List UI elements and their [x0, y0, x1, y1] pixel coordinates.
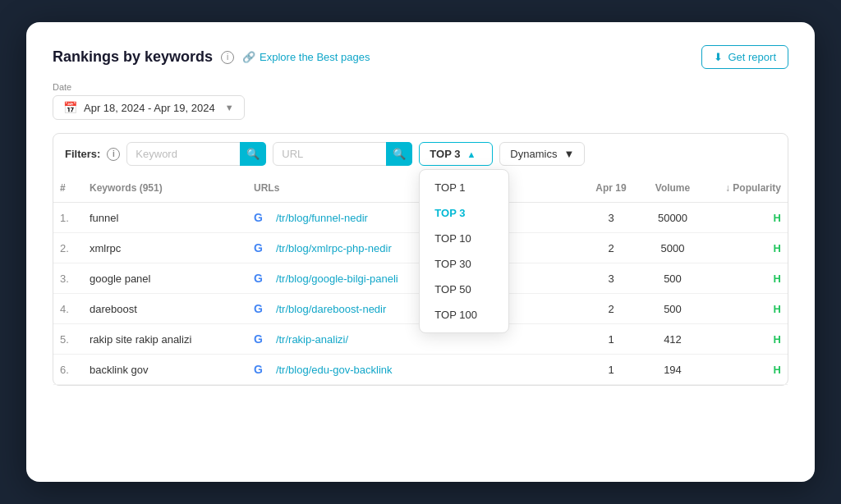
filters-info-icon[interactable]: i — [107, 148, 120, 161]
cell-apr19: 3 — [582, 203, 640, 233]
top-dropdown-button[interactable]: TOP 3 ▲ — [419, 142, 493, 166]
top-dropdown-wrap: TOP 3 ▲ TOP 1 TOP 3 TOP 10 TOP 30 TOP 50… — [419, 142, 493, 166]
page-title: Rankings by keywords — [53, 48, 213, 66]
cell-apr19: 3 — [582, 263, 640, 294]
cell-popularity: H — [705, 355, 788, 385]
filters-container: Filters: i 🔍 🔍 TOP 3 ▲ — [53, 133, 788, 386]
main-card: Rankings by keywords i 🔗 Explore the Bes… — [26, 22, 815, 482]
cell-popularity: H — [705, 233, 788, 263]
get-report-label: Get report — [728, 51, 776, 63]
table-row: 6. backlink gov G /tr/blog/edu-gov-backl… — [53, 355, 788, 385]
cell-google: G — [247, 203, 269, 233]
date-picker[interactable]: 📅 Apr 18, 2024 - Apr 19, 2024 ▼ — [53, 95, 245, 120]
download-icon: ⬇ — [714, 51, 723, 63]
col-urls: URLs — [247, 174, 582, 203]
cell-url[interactable]: /tr/blog/edu-gov-backlink — [269, 355, 582, 385]
keyword-filter-wrap: 🔍 — [126, 142, 266, 166]
col-keywords: Keywords (951) — [83, 174, 247, 203]
cell-popularity: H — [705, 203, 788, 233]
dynamics-button[interactable]: Dynamics ▼ — [499, 142, 585, 166]
cell-apr19: 2 — [582, 294, 640, 324]
cell-keyword: backlink gov — [83, 355, 247, 385]
cell-apr19: 1 — [582, 324, 640, 355]
col-popularity: ↓ Popularity — [705, 174, 788, 203]
cell-num: 6. — [53, 355, 83, 385]
cell-num: 2. — [53, 233, 83, 263]
cell-volume: 194 — [640, 355, 705, 385]
cell-popularity: H — [705, 324, 788, 355]
date-label: Date — [53, 82, 788, 92]
cell-num: 3. — [53, 263, 83, 294]
top-option-3[interactable]: TOP 3 — [420, 200, 508, 226]
top-option-30[interactable]: TOP 30 — [420, 251, 508, 277]
cell-google: G — [247, 233, 269, 263]
top-option-1[interactable]: TOP 1 — [420, 175, 508, 200]
header-row: Rankings by keywords i 🔗 Explore the Bes… — [53, 45, 788, 69]
keyword-search-button[interactable]: 🔍 — [240, 142, 266, 166]
explore-link-label: Explore the Best pages — [260, 51, 370, 63]
col-apr19: Apr 19 — [582, 174, 640, 203]
calendar-icon: 📅 — [63, 101, 77, 114]
cell-google: G — [247, 324, 269, 355]
explore-best-pages-link[interactable]: 🔗 Explore the Best pages — [242, 51, 370, 63]
dynamics-label: Dynamics — [510, 148, 557, 160]
filters-text: Filters: — [65, 148, 100, 160]
header-left: Rankings by keywords i 🔗 Explore the Bes… — [53, 48, 370, 66]
cell-num: 1. — [53, 203, 83, 233]
top-selected-label: TOP 3 — [430, 148, 460, 160]
date-value: Apr 18, 2024 - Apr 19, 2024 — [84, 102, 215, 114]
dynamics-caret-icon: ▼ — [563, 148, 574, 160]
cell-num: 5. — [53, 324, 83, 355]
search-icon: 🔍 — [246, 148, 260, 160]
top-option-50[interactable]: TOP 50 — [420, 277, 508, 302]
caret-up-icon: ▲ — [466, 149, 476, 159]
cell-apr19: 2 — [582, 233, 640, 263]
get-report-button[interactable]: ⬇ Get report — [701, 45, 788, 69]
date-row: Date 📅 Apr 18, 2024 - Apr 19, 2024 ▼ — [53, 82, 788, 120]
cell-num: 4. — [53, 294, 83, 324]
cell-keyword: xmlrpc — [83, 233, 247, 263]
cell-google: G — [247, 294, 269, 324]
cell-google: G — [247, 355, 269, 385]
cell-keyword: dareboost — [83, 294, 247, 324]
cell-volume: 500 — [640, 263, 705, 294]
cell-popularity: H — [705, 294, 788, 324]
cell-volume: 5000 — [640, 233, 705, 263]
cell-volume: 500 — [640, 294, 705, 324]
col-volume: Volume — [640, 174, 705, 203]
external-link-icon: 🔗 — [242, 51, 255, 63]
search-icon-url: 🔍 — [393, 148, 406, 160]
url-filter-wrap: 🔍 — [273, 142, 412, 166]
cell-volume: 50000 — [640, 203, 705, 233]
cell-keyword: funnel — [83, 203, 247, 233]
date-caret-icon: ▼ — [225, 103, 234, 112]
top-option-10[interactable]: TOP 10 — [420, 226, 508, 251]
filters-label: Filters: i — [65, 148, 120, 161]
filters-inner: Filters: i 🔍 🔍 TOP 3 ▲ — [53, 134, 788, 174]
cell-apr19: 1 — [582, 355, 640, 385]
url-search-button[interactable]: 🔍 — [386, 142, 412, 166]
cell-google: G — [247, 263, 269, 294]
cell-keyword: google panel — [83, 263, 247, 294]
cell-volume: 412 — [640, 324, 705, 355]
cell-keyword: rakip site rakip analizi — [83, 324, 247, 355]
top-dropdown-menu: TOP 1 TOP 3 TOP 10 TOP 30 TOP 50 TOP 100 — [419, 169, 509, 333]
col-num: # — [53, 174, 83, 203]
top-option-100[interactable]: TOP 100 — [420, 302, 508, 328]
cell-popularity: H — [705, 263, 788, 294]
info-icon[interactable]: i — [221, 51, 234, 64]
